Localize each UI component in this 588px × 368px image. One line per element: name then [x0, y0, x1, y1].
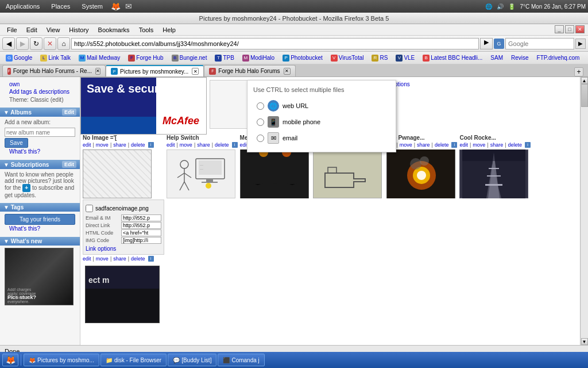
album-0-edit-bottom[interactable]: edit	[83, 256, 91, 262]
album-4-move[interactable]: move	[400, 142, 412, 148]
bookmark-sam[interactable]: SAM	[487, 53, 506, 62]
album-4-image[interactable]	[386, 150, 455, 198]
taskbar-firefox[interactable]: 🦊 Pictures by moshmo...	[24, 354, 99, 366]
upload-option-mobile[interactable]: 📱 mobile phone	[253, 114, 390, 130]
bookmark-forgehub[interactable]: F Forge Hub	[125, 53, 167, 63]
stop-button[interactable]: ✕	[44, 37, 56, 50]
new-album-input[interactable]	[5, 128, 75, 137]
tab-1[interactable]: P Pictures by moshmonkey... ✕	[106, 65, 204, 76]
album-4-share[interactable]: share	[417, 142, 430, 148]
menu-history[interactable]: History	[64, 25, 93, 34]
bookmark-halp[interactable]: halp	[584, 53, 588, 62]
tab-0[interactable]: F Forge Hub Halo Forums - Re... ✕	[2, 65, 106, 76]
album-5-share[interactable]: share	[490, 142, 504, 148]
album-2-image[interactable]	[240, 150, 309, 198]
album-5-move[interactable]: move	[473, 142, 485, 148]
scroll-up-button[interactable]: ▲	[581, 77, 588, 84]
albums-edit-link[interactable]: Edit	[62, 109, 76, 116]
link-options-row[interactable]: Link options	[86, 244, 161, 252]
menu-tools[interactable]: Tools	[134, 25, 158, 34]
minimize-button[interactable]: _	[555, 25, 564, 33]
album-1-move[interactable]: move	[180, 142, 192, 148]
search-input[interactable]	[505, 38, 574, 49]
bookmark-rs[interactable]: R RS	[368, 53, 391, 63]
taskbar-start-icon[interactable]: 🦊	[2, 354, 18, 366]
album-1-image[interactable]: --- ---	[167, 150, 235, 198]
tab-1-close[interactable]: ✕	[192, 68, 199, 75]
bookmark-google[interactable]: G Google	[2, 53, 36, 63]
sidebar-tags-section[interactable]: ▼ Tags	[0, 203, 80, 212]
tab-2[interactable]: F Forge Hub Halo Forums ✕	[204, 65, 295, 76]
search-go-icon[interactable]: ▶	[575, 39, 586, 49]
album-0-image[interactable]	[83, 150, 152, 198]
bookmark-revise[interactable]: Revise	[508, 53, 532, 62]
album-0-share-bottom[interactable]: share	[113, 256, 126, 262]
album-0-move-bottom[interactable]: move	[96, 256, 109, 262]
album-0-edit[interactable]: edit	[83, 142, 91, 148]
subs-edit-link[interactable]: Edit	[62, 161, 76, 168]
image-checkbox[interactable]	[86, 205, 93, 212]
album-0-delete[interactable]: delete	[131, 142, 145, 148]
tab-0-close[interactable]: ✕	[95, 68, 100, 75]
os-system-menu[interactable]: System	[78, 2, 106, 11]
album-5-edit[interactable]: edit	[459, 142, 468, 148]
direct-link-input[interactable]	[121, 222, 161, 229]
menu-help[interactable]: Help	[158, 25, 180, 34]
bookmark-ftp[interactable]: FTP.drivehq.com	[533, 53, 583, 62]
upload-option-email[interactable]: ✉ email	[253, 130, 390, 146]
bookmark-vle[interactable]: V VLE	[392, 53, 418, 63]
sidebar-addtags-link[interactable]: Add tags & descriptions	[5, 88, 75, 95]
taskbar-terminal[interactable]: ⬛ Comanda j	[218, 354, 264, 366]
home-button[interactable]: ⌂	[57, 37, 70, 50]
taskbar-files[interactable]: 📁 disk - File Browser	[100, 354, 167, 366]
html-code-input[interactable]	[121, 229, 161, 236]
album-3-image[interactable]	[313, 150, 382, 198]
scrollbar[interactable]: ▲ ▼	[580, 77, 588, 345]
bookmark-linktalk[interactable]: L Link Talk	[37, 53, 74, 63]
back-button[interactable]: ◀	[2, 37, 15, 50]
album-4-delete[interactable]: delete	[435, 142, 449, 148]
whats-this-link-1[interactable]: What's this?	[5, 148, 75, 155]
album-1-share[interactable]: share	[197, 142, 210, 148]
forward-button[interactable]: ▶	[16, 37, 29, 50]
sidebar-own-link[interactable]: own	[5, 80, 75, 88]
taskbar-buddy[interactable]: 💬 [Buddy List]	[168, 354, 216, 366]
go-button[interactable]: ▶	[480, 38, 493, 49]
bookmark-virustotal[interactable]: V VirusTotal	[327, 53, 368, 63]
upload-radio-web[interactable]	[257, 102, 264, 110]
upload-option-web[interactable]: 🌐 web URL	[253, 98, 390, 114]
scroll-down-button[interactable]: ▼	[581, 338, 588, 345]
save-album-button[interactable]: Save	[5, 138, 28, 148]
maximize-button[interactable]: □	[565, 25, 574, 33]
bookmark-bungie[interactable]: B Bungie.net	[168, 53, 211, 63]
menu-edit[interactable]: Edit	[22, 25, 42, 34]
email-im-input[interactable]	[121, 214, 161, 221]
album-1-edit[interactable]: edit	[167, 142, 175, 148]
tag-friends-button[interactable]: Tag your friends	[5, 214, 75, 225]
album-0-share[interactable]: share	[113, 142, 126, 148]
album-0-delete-bottom[interactable]: delete	[131, 256, 145, 262]
album-0-move[interactable]: move	[96, 142, 109, 148]
menu-view[interactable]: View	[42, 25, 65, 34]
sidebar-whatsnew-section[interactable]: ▼ What's new	[0, 237, 80, 246]
menu-bookmarks[interactable]: Bookmarks	[94, 25, 134, 34]
album-1-delete[interactable]: delete	[215, 142, 229, 148]
scroll-thumb[interactable]	[581, 84, 588, 107]
upload-radio-email[interactable]	[257, 135, 264, 142]
bookmark-modihalo[interactable]: M ModiHalo	[239, 53, 278, 63]
bookmark-photobucket[interactable]: P Photobucket	[279, 53, 326, 63]
address-input[interactable]	[71, 38, 479, 49]
whats-this-link-2[interactable]: What's this?	[5, 225, 75, 232]
sidebar-albums-section[interactable]: ▼ Albums Edit	[0, 108, 80, 117]
close-button[interactable]: ✕	[575, 25, 585, 33]
reload-button[interactable]: ↻	[30, 37, 42, 50]
bookmark-tpb[interactable]: T TPB	[211, 53, 237, 63]
sidebar-subscriptions-section[interactable]: ▼ Subscriptions Edit	[0, 160, 80, 169]
tab-2-close[interactable]: ✕	[284, 68, 291, 75]
tab-new-button[interactable]: +	[574, 67, 586, 76]
bookmark-bbc[interactable]: B Latest BBC Headli...	[419, 53, 486, 63]
img-code-input[interactable]	[121, 237, 161, 244]
menu-file[interactable]: File	[2, 25, 22, 34]
os-apps-menu[interactable]: Applications	[2, 2, 43, 11]
album-5-image[interactable]	[459, 150, 528, 198]
